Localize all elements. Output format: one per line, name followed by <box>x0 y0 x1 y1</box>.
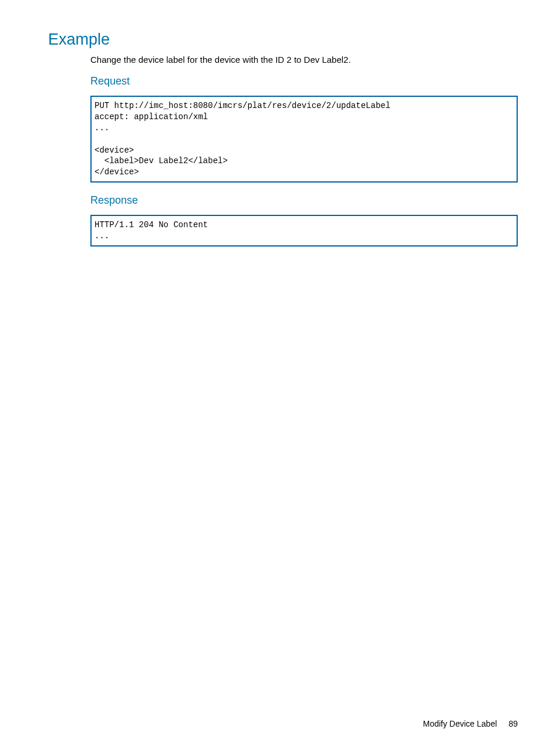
example-description: Change the device label for the device w… <box>90 55 518 65</box>
response-code-block: HTTP/1.1 204 No Content ... <box>90 215 518 247</box>
heading-example: Example <box>48 31 518 49</box>
footer-page-number: 89 <box>508 719 518 728</box>
heading-request: Request <box>90 75 518 87</box>
request-code-block: PUT http://imc_host:8080/imcrs/plat/res/… <box>90 96 518 183</box>
heading-response: Response <box>90 194 518 207</box>
footer-title: Modify Device Label <box>423 719 497 728</box>
page-footer: Modify Device Label 89 <box>423 719 518 728</box>
